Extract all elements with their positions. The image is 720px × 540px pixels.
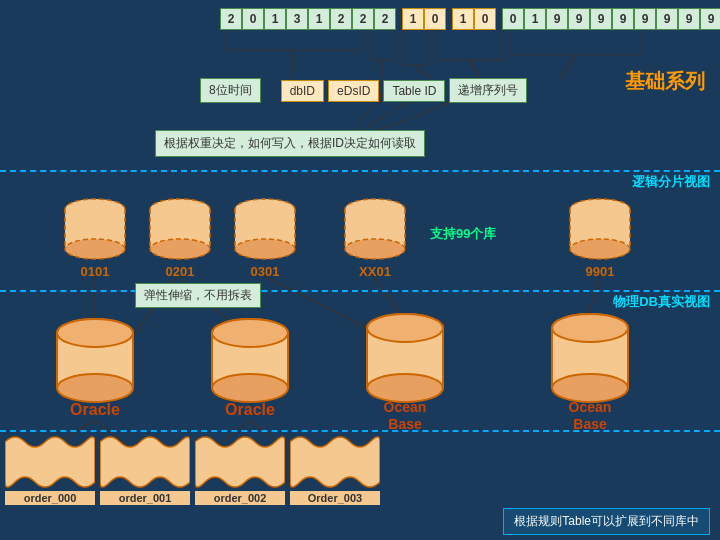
- bit-1: 0: [242, 8, 264, 30]
- bit-s9: 9: [700, 8, 720, 30]
- bit-edsid-0: 1: [452, 8, 474, 30]
- svg-point-69: [212, 319, 288, 347]
- bit-s6: 9: [634, 8, 656, 30]
- shard-0201: 0201: [145, 195, 215, 279]
- label-edsid: eDsID: [328, 80, 379, 102]
- bit-s4: 9: [590, 8, 612, 30]
- shard-0301: 0301: [230, 195, 300, 279]
- physical-db-oceanbase2: OceanBase: [545, 310, 635, 433]
- physical-db-oceanbase1: OceanBase: [360, 310, 450, 433]
- shard-label-XX01: XX01: [340, 264, 410, 279]
- svg-point-81: [552, 314, 628, 342]
- shard-label-9901: 9901: [565, 264, 635, 279]
- bit-s0: 0: [502, 8, 524, 30]
- shard-label-0301: 0301: [230, 264, 300, 279]
- bit-edsid-1: 0: [474, 8, 496, 30]
- svg-point-75: [367, 314, 443, 342]
- bit-3: 3: [286, 8, 308, 30]
- bit-s2: 9: [546, 8, 568, 30]
- svg-point-52: [345, 239, 405, 259]
- logic-view-label: 逻辑分片视图: [632, 173, 710, 191]
- table-label-000: order_000: [5, 491, 95, 505]
- shard-XX01: XX01: [340, 195, 410, 279]
- physical-db-oracle1: Oracle: [50, 315, 140, 419]
- support99-label: 支持99个库: [430, 225, 496, 243]
- bit-dbid-0: 1: [402, 8, 424, 30]
- bit-s1: 1: [524, 8, 546, 30]
- shard-label-0201: 0201: [145, 264, 215, 279]
- annotation-weight-rule: 根据权重决定，如何写入，根据ID决定如何读取: [155, 130, 425, 157]
- bit-labels-row: 8位时间 dbID eDsID Table ID 递增序列号: [200, 78, 527, 103]
- bit-sequence: 2 0 1 3 1 2 2 2 1 0 1 0 0 1 9 9 9 9 9 9 …: [220, 8, 720, 30]
- table-order-001: order_001: [100, 432, 190, 505]
- bit-dbid-1: 0: [424, 8, 446, 30]
- table-order-002: order_002: [195, 432, 285, 505]
- label-dbid: dbID: [281, 80, 324, 102]
- svg-point-63: [57, 319, 133, 347]
- svg-point-57: [570, 239, 630, 259]
- table-order-003: Order_003: [290, 432, 380, 505]
- bottom-annotation: 根据规则Table可以扩展到不同库中: [503, 508, 710, 535]
- svg-point-42: [150, 239, 210, 259]
- svg-line-11: [415, 65, 430, 78]
- label-seqno: 递增序列号: [449, 78, 527, 103]
- label-tableid: Table ID: [383, 80, 445, 102]
- table-label-001: order_001: [100, 491, 190, 505]
- svg-line-19: [560, 55, 575, 78]
- dashed-line-top: [0, 170, 720, 172]
- svg-point-62: [57, 374, 133, 402]
- table-label-003: Order_003: [290, 491, 380, 505]
- bit-2: 1: [264, 8, 286, 30]
- title-jichuseries: 基础系列: [625, 68, 705, 95]
- dashed-line-middle: [0, 290, 720, 292]
- svg-point-47: [235, 239, 295, 259]
- physical-view-label: 物理DB真实视图: [613, 293, 710, 311]
- svg-point-68: [212, 374, 288, 402]
- bit-s5: 9: [612, 8, 634, 30]
- elastic-annotation: 弹性伸缩，不用拆表: [135, 283, 261, 308]
- svg-point-74: [367, 374, 443, 402]
- table-label-002: order_002: [195, 491, 285, 505]
- shard-9901: 9901: [565, 195, 635, 279]
- bit-s7: 9: [656, 8, 678, 30]
- svg-point-37: [65, 239, 125, 259]
- shard-label-0101: 0101: [60, 264, 130, 279]
- bit-5: 2: [330, 8, 352, 30]
- bit-4: 1: [308, 8, 330, 30]
- bit-0: 2: [220, 8, 242, 30]
- shard-0101: 0101: [60, 195, 130, 279]
- svg-point-80: [552, 374, 628, 402]
- table-order-000: order_000: [5, 432, 95, 505]
- bit-6: 2: [352, 8, 374, 30]
- physical-db-oracle2: Oracle: [205, 315, 295, 419]
- bit-s8: 9: [678, 8, 700, 30]
- bit-s3: 9: [568, 8, 590, 30]
- svg-line-15: [469, 60, 480, 78]
- bit-7: 2: [374, 8, 396, 30]
- label-8bit-time: 8位时间: [200, 78, 261, 103]
